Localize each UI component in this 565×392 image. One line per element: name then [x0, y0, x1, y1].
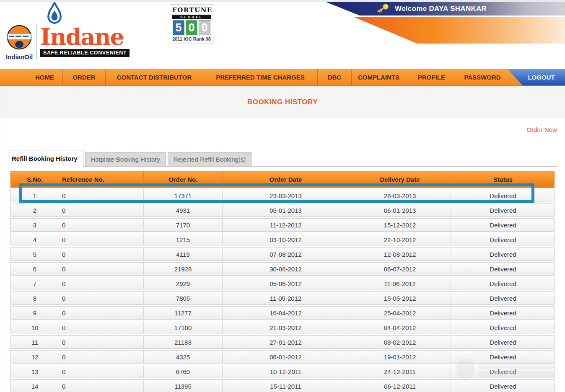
table-cell: 28-03-2013: [349, 189, 451, 202]
nav-item-password[interactable]: PASSWORD: [457, 69, 508, 85]
table-cell: 1215: [144, 233, 223, 246]
fortune-digits: 5 0 0: [172, 20, 211, 35]
table-cell: 04-04-2012: [349, 321, 451, 334]
table-cell: 8: [11, 292, 59, 304]
table-cell: Delivered: [451, 263, 555, 275]
column-header: Order Date: [223, 171, 349, 187]
table-cell: 17371: [144, 189, 223, 202]
table-cell: 5: [11, 248, 59, 260]
booking-history-table: S.No.Reference No.Order No.Order DateDel…: [10, 171, 555, 392]
orange-swoosh: [353, 17, 565, 44]
fortune-500-badge: FORTUNE GLOBAL 5 0 0 2011 IOC Rank 98: [170, 4, 213, 44]
table-cell: 0: [59, 336, 144, 348]
table-cell: 06-01-2012: [223, 351, 349, 363]
table-cell: 6760: [144, 365, 223, 378]
table-cell: Delivered: [451, 292, 555, 304]
table-cell: 2: [11, 204, 59, 217]
table-cell: Delivered: [451, 204, 555, 217]
table-cell: 0: [59, 248, 144, 260]
table-cell: 6: [11, 263, 59, 275]
table-row: 120432506-01-201219-01-2012Delivered: [10, 350, 555, 364]
nav-item-profile[interactable]: PROFILE: [406, 69, 457, 85]
table-cell: 05-06-2012: [223, 277, 349, 290]
tab-rejected-refill-bookings[interactable]: Rejected Refill Booking(s): [168, 152, 252, 166]
nav-bar: HOMEORDERCONTACT DISTRIBUTORPREFERRED TI…: [0, 69, 565, 86]
table-cell: Delivered: [451, 365, 555, 378]
table-cell: Delivered: [451, 233, 555, 246]
indianoil-label: IndianOil: [5, 53, 33, 60]
table-cell: 11395: [144, 380, 223, 392]
flame-icon: [44, 2, 130, 27]
fortune-rank: 2011 IOC Rank 98: [172, 36, 211, 41]
table-cell: 0: [59, 351, 144, 363]
table-cell: 0: [59, 365, 144, 378]
fortune-digit: 0: [186, 20, 197, 35]
nav-item-dbc[interactable]: DBC: [318, 69, 352, 85]
table-row: 1102118327-01-201208-02-2012Delivered: [10, 335, 555, 349]
column-header: S.No.: [11, 171, 59, 187]
order-now-link[interactable]: Order Now: [526, 126, 557, 133]
table-cell: 0: [59, 204, 144, 217]
table-row: 80780511-05-201215-05-2012Delivered: [10, 291, 555, 305]
nav-item-preferred-time-charges[interactable]: PREFERRED TIME CHARGES: [203, 69, 318, 85]
page-title: BOOKING HISTORY: [247, 98, 318, 106]
indane-logo: Indane SAFE.RELIABLE.CONVENIENT: [40, 2, 130, 57]
table-cell: 0: [59, 307, 144, 319]
nav-item-order[interactable]: ORDER: [63, 69, 106, 85]
fortune-digit: 5: [173, 20, 184, 35]
table-cell: Delivered: [451, 307, 555, 319]
table-cell: 0: [59, 233, 144, 246]
table-row: 130676010-12-201124-12-2011Delivered: [10, 365, 555, 378]
table-cell: 06-12-2011: [349, 380, 451, 392]
page-edge-left: [2, 89, 2, 392]
welcome-text: Welcome DAYA SHANKAR: [395, 5, 487, 13]
table-row: 1401139515-11-201106-12-2011Delivered: [10, 379, 555, 392]
booking-tabs: Refill Booking History Hotplate Booking …: [6, 150, 558, 167]
table-cell: 0: [59, 219, 144, 231]
table-header: S.No.Reference No.Order No.Order DateDel…: [10, 171, 555, 188]
column-header: Reference No.: [59, 171, 144, 187]
nav-item-contact-distributor[interactable]: CONTACT DISTRIBUTOR: [106, 69, 203, 85]
table-cell: 0: [59, 380, 144, 392]
table-cell: 06-01-2013: [349, 204, 451, 217]
table-cell: 11-12-2012: [223, 219, 349, 231]
table-cell: 7805: [144, 292, 223, 304]
table-cell: 12-08-2012: [349, 248, 451, 260]
table-cell: 16-04-2012: [223, 307, 349, 319]
table-cell: 10: [11, 321, 59, 334]
column-header: Status: [451, 171, 555, 187]
table-cell: 11: [11, 336, 59, 348]
table-cell: 0: [59, 189, 144, 202]
table-cell: 21-03-2012: [223, 321, 349, 334]
table-body: 101737123-03-201328-03-2013Delivered2049…: [10, 189, 555, 392]
nav-item-home[interactable]: HOME: [0, 69, 63, 85]
table-cell: 15-11-2011: [223, 380, 349, 392]
table-cell: 1: [11, 189, 59, 202]
table-cell: 0: [59, 292, 144, 304]
fortune-title: FORTUNE: [172, 6, 211, 14]
table-cell: 08-02-2012: [349, 336, 451, 348]
nav-item-logout[interactable]: LOGOUT: [508, 69, 565, 85]
table-cell: 03-10-2012: [223, 233, 349, 246]
table-cell: 0: [59, 263, 144, 275]
table-cell: 9: [11, 307, 59, 319]
table-cell: 4325: [144, 351, 223, 363]
nav-item-complaints[interactable]: COMPLAINTS: [352, 69, 406, 85]
table-row: 101737123-03-201328-03-2013Delivered: [10, 189, 555, 202]
table-cell: Delivered: [451, 321, 555, 334]
logo-divider: [36, 24, 37, 60]
table-cell: 7170: [144, 219, 223, 231]
table-cell: 19-01-2012: [349, 351, 451, 363]
table-row: 40121503-10-201222-10-2012Delivered: [10, 233, 555, 246]
table-cell: 11-05-2012: [223, 292, 349, 304]
tab-hotplate-booking-history[interactable]: Hotplate Booking History: [85, 152, 166, 166]
table-cell: Delivered: [451, 219, 555, 231]
table-cell: 0: [59, 321, 144, 334]
fortune-digit: 0: [199, 20, 210, 35]
table-cell: 27-01-2012: [223, 336, 349, 348]
tab-refill-booking-history[interactable]: Refill Booking History: [6, 150, 83, 167]
table-cell: 23-03-2013: [223, 189, 349, 202]
page: Welcome DAYA SHANKAR IndianOil Indane SA…: [0, 0, 565, 392]
table-cell: 06-07-2012: [349, 263, 451, 275]
table-cell: 4: [11, 233, 59, 246]
